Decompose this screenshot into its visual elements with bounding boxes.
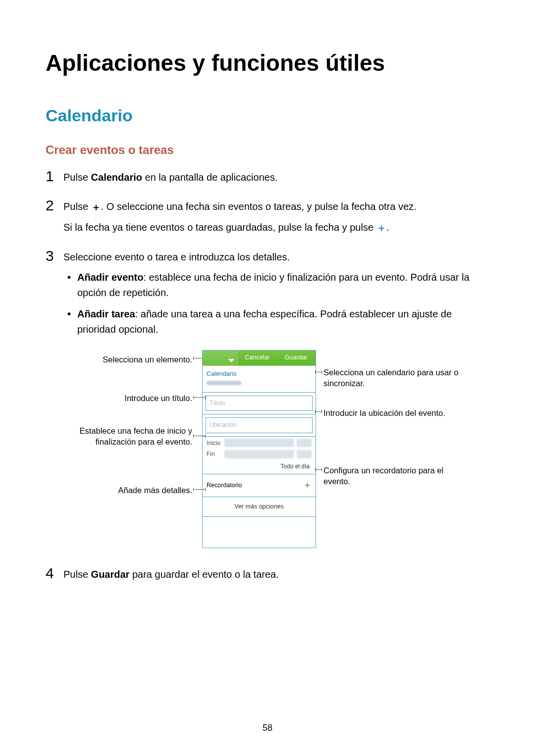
step-4: 4 Pulse Guardar para guardar el evento o… <box>46 565 490 587</box>
mock-screenshot: Cancelar Guardar Calendario Título Ubica… <box>202 350 316 548</box>
mock-save-button: Guardar <box>277 351 316 365</box>
mock-end-label: Fin <box>207 450 221 459</box>
bullet-item: Añadir tarea: añade una tarea a una fech… <box>67 306 490 337</box>
mock-location-input: Ubicación <box>206 417 313 433</box>
mock-calendar-row: Calendario <box>203 366 316 393</box>
callout-left: Añade más detalles. <box>63 485 192 496</box>
page-number: 58 <box>0 723 535 733</box>
text-bold: Añadir evento <box>77 272 143 283</box>
mock-more-options: Ver más opciones <box>203 497 316 517</box>
mock-title-input: Título <box>206 396 313 411</box>
text: Pulse <box>63 201 91 212</box>
mock-location-row: Ubicación <box>203 414 316 436</box>
step-1: 1 Pulse Calendario en la pantalla de apl… <box>46 168 490 190</box>
text: en la pantalla de aplicaciones. <box>142 172 278 183</box>
text: Seleccione evento o tarea e introduzca l… <box>63 250 490 265</box>
mock-allday-label: Todo el día <box>207 460 312 471</box>
text: Pulse <box>63 172 91 183</box>
annotated-screenshot: Selecciona un elemento. Introduce un tít… <box>63 350 490 558</box>
callout-left: Establece una fecha de inicio y finaliza… <box>63 425 192 448</box>
text-bold: Añadir tarea <box>77 308 135 319</box>
text: para guardar el evento o la tarea. <box>129 569 278 580</box>
mock-reminder-row: Recordatorio ＋ <box>203 474 316 497</box>
section-heading: Calendario <box>46 106 490 125</box>
plus-icon: ＋ <box>376 220 386 236</box>
callout-left: Selecciona un elemento. <box>63 354 192 365</box>
mock-cancel-button: Cancelar <box>238 351 277 365</box>
callout-left: Introduce un título. <box>63 393 192 403</box>
plus-icon: ＋ <box>91 200 101 215</box>
callout-right: Configura un recordatorio para el evento… <box>323 465 467 487</box>
callout-right: Introducir la ubicación del evento. <box>323 407 467 418</box>
plus-icon: ＋ <box>303 479 312 492</box>
step-3: 3 Seleccione evento o tarea e introduzca… <box>46 248 490 558</box>
mock-start-label: Inicio <box>207 439 221 448</box>
mock-dates-block: Inicio Fin Todo el día <box>203 437 316 475</box>
step-number: 4 <box>46 565 63 581</box>
text: . <box>386 222 389 233</box>
subsection-heading: Crear eventos o tareas <box>46 143 490 157</box>
mock-reminder-label: Recordatorio <box>207 481 242 490</box>
text-bold: Guardar <box>91 569 130 580</box>
step-number: 3 <box>46 248 63 264</box>
step-number: 2 <box>46 197 63 213</box>
text: . O seleccione una fecha sin eventos o t… <box>101 201 417 212</box>
step-2: 2 Pulse ＋. O seleccione una fecha sin ev… <box>46 197 490 241</box>
text-bold: Calendario <box>91 172 142 183</box>
text: Si la fecha ya tiene eventos o tareas gu… <box>63 222 376 233</box>
callout-right: Selecciona un calendario para usar o sin… <box>323 367 467 389</box>
mock-toolbar: Cancelar Guardar <box>203 351 316 366</box>
mock-title-row: Título <box>203 393 316 414</box>
text: Pulse <box>63 569 91 580</box>
page-title: Aplicaciones y funciones útiles <box>46 50 490 76</box>
step-number: 1 <box>46 168 63 184</box>
mock-tab-selector <box>203 351 238 365</box>
bullet-item: Añadir evento: establece una fecha de in… <box>67 270 490 301</box>
